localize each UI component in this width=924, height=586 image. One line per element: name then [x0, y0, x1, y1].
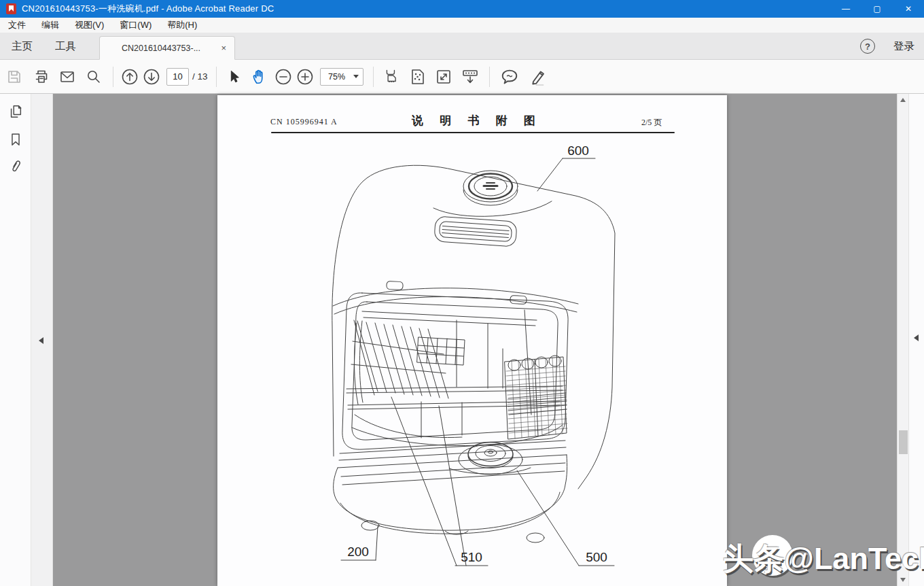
save-icon[interactable]: [0, 69, 29, 85]
right-tools-strip: [908, 94, 924, 586]
page-count-label: / 13: [192, 71, 208, 82]
tab-home[interactable]: 主页: [12, 39, 33, 54]
zoom-out-icon[interactable]: [272, 68, 294, 86]
close-button[interactable]: ✕: [893, 0, 924, 18]
menu-edit[interactable]: 编辑: [41, 19, 59, 31]
figure-label-500: 500: [586, 550, 607, 564]
previous-page-icon[interactable]: [119, 68, 141, 86]
scroll-up-icon[interactable]: [900, 98, 906, 102]
menu-bar: 文件 编辑 视图(V) 窗口(W) 帮助(H): [0, 18, 924, 33]
document-tab-label: CN201610443753-...: [122, 44, 200, 53]
zoom-level-value: 75%: [321, 72, 353, 82]
window-controls: — ▢ ✕: [830, 0, 924, 18]
comment-icon[interactable]: [495, 67, 524, 86]
title-bar: CN201610443753-一种洗碗机.pdf - Adobe Acrobat…: [0, 0, 924, 18]
toolbar-separator: [113, 67, 113, 87]
scrolling-mode-icon[interactable]: [457, 68, 484, 86]
menu-file[interactable]: 文件: [8, 19, 26, 31]
menu-window[interactable]: 窗口(W): [120, 19, 152, 31]
toolbar-separator: [216, 67, 217, 87]
navigation-pane-strip: [31, 94, 53, 586]
left-tool-strip: [0, 94, 31, 586]
print-icon[interactable]: [29, 69, 54, 85]
vertical-scrollbar[interactable]: [897, 94, 908, 586]
bookmarks-icon[interactable]: [8, 131, 23, 150]
acrobat-logo-icon: [6, 3, 16, 14]
highlight-icon[interactable]: [524, 67, 552, 86]
sign-in-button[interactable]: 登录: [893, 39, 914, 54]
minimize-button[interactable]: —: [830, 0, 861, 18]
window-title: CN201610443753-一种洗碗机.pdf - Adobe Acrobat…: [22, 3, 274, 15]
figure-label-200: 200: [347, 545, 369, 559]
chevron-down-icon: [353, 75, 359, 78]
dishwasher-figure: 600 200 510 500: [217, 95, 727, 586]
maximize-button[interactable]: ▢: [861, 0, 893, 18]
watermark-text: 头条@LanTech: [723, 538, 924, 579]
email-icon[interactable]: [54, 69, 80, 85]
actual-size-icon[interactable]: [431, 68, 457, 86]
attachments-icon[interactable]: [8, 158, 23, 177]
tab-close-icon[interactable]: ×: [219, 43, 228, 53]
main-toolbar: / 13 75%: [0, 60, 924, 94]
menu-help[interactable]: 帮助(H): [167, 19, 197, 31]
acrobat-reader-window: { "window": { "title": "CN201610443753-一…: [0, 0, 924, 586]
tab-tools[interactable]: 工具: [55, 39, 76, 54]
hand-tool-icon[interactable]: [245, 68, 272, 86]
menu-view[interactable]: 视图(V): [75, 19, 104, 31]
help-icon[interactable]: ?: [860, 39, 875, 54]
select-tool-icon[interactable]: [222, 69, 245, 84]
zoom-level-dropdown[interactable]: 75%: [320, 68, 363, 86]
collapse-pane-icon[interactable]: [39, 337, 43, 344]
fit-page-icon[interactable]: [405, 68, 431, 86]
pdf-page[interactable]: CN 105996941 A 说 明 书 附 图 2/5 页: [217, 95, 727, 586]
expand-tools-pane-icon[interactable]: [914, 334, 919, 341]
zoom-in-icon[interactable]: [294, 68, 316, 86]
figure-label-510: 510: [461, 550, 482, 564]
toolbar-separator: [489, 67, 490, 87]
tab-bar: 主页 工具 CN201610443753-... × ? 登录: [0, 33, 924, 60]
figure-label-600: 600: [567, 143, 589, 158]
search-icon[interactable]: [80, 69, 107, 85]
toolbar-separator: [373, 67, 374, 87]
page-number-input[interactable]: [166, 68, 189, 86]
document-tab[interactable]: CN201610443753-... ×: [99, 36, 235, 60]
scrollbar-thumb[interactable]: [899, 430, 908, 454]
next-page-icon[interactable]: [141, 68, 162, 86]
fit-width-icon[interactable]: [379, 68, 405, 86]
page-thumbnails-icon[interactable]: [8, 103, 23, 122]
